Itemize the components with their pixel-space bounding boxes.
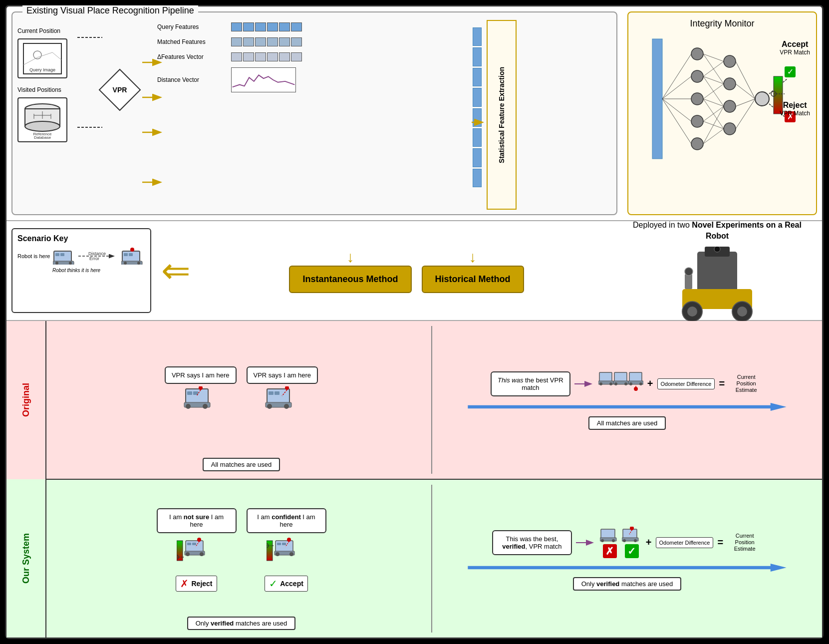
svg-point-151 bbox=[634, 539, 637, 542]
delta-block-2 bbox=[243, 52, 254, 61]
svg-point-150 bbox=[623, 539, 626, 542]
deployed-section: Deployed in two Novel Experiments on a R… bbox=[617, 215, 817, 327]
hist-orig-banner: All matches are used bbox=[588, 416, 666, 430]
current-position-label: Current Position bbox=[17, 27, 67, 34]
hist-oursys-blue-arrow bbox=[468, 564, 786, 572]
inst-original-col: VPR says I am here bbox=[51, 326, 432, 474]
delta-block-4 bbox=[267, 52, 278, 61]
inst-down-arrow: ↓ bbox=[346, 249, 354, 266]
svg-point-28 bbox=[691, 138, 703, 150]
svg-rect-115 bbox=[629, 372, 642, 381]
query-image-box: Query Image bbox=[17, 38, 67, 78]
svg-rect-124 bbox=[186, 541, 203, 552]
svg-point-33 bbox=[755, 92, 769, 106]
svg-line-45 bbox=[703, 99, 724, 106]
matched-features-label: Matched Features bbox=[157, 38, 227, 45]
label-original-text: Original bbox=[21, 383, 31, 417]
hist-oursys-arrow1 bbox=[576, 538, 596, 548]
hist-current-pos: Current Position Estimate bbox=[729, 374, 764, 394]
svg-point-87 bbox=[737, 307, 747, 317]
hist-orig-blue-arrow bbox=[468, 403, 786, 411]
inst-oursys-robot2 bbox=[267, 536, 306, 573]
svg-point-128 bbox=[186, 552, 190, 556]
inst-orig-robot1 bbox=[183, 386, 218, 416]
inst-orig-pairs: VPR says I am here bbox=[165, 328, 318, 454]
delta-block-6 bbox=[291, 52, 302, 61]
svg-point-109 bbox=[599, 382, 602, 385]
query-features-row: Query Features bbox=[157, 22, 302, 31]
svg-point-141 bbox=[287, 538, 291, 542]
svg-line-52 bbox=[736, 84, 755, 99]
hist-oursys-current-pos: Current Position Estimate bbox=[727, 533, 762, 553]
hist-oursys-banner: Only verified matches are used bbox=[573, 577, 682, 591]
svg-rect-137 bbox=[282, 543, 286, 545]
svg-line-39 bbox=[703, 54, 724, 61]
svg-point-27 bbox=[691, 115, 703, 127]
svg-rect-126 bbox=[192, 543, 196, 545]
svg-line-44 bbox=[703, 84, 724, 99]
hist-orig-bubble: This was the best VPR match bbox=[491, 371, 570, 396]
svg-rect-64 bbox=[54, 251, 71, 262]
vpr-diamond-text: VPR bbox=[113, 86, 127, 94]
robot-thinks-svg bbox=[121, 247, 144, 265]
robot-is-here-row: Robot is here bbox=[17, 247, 145, 265]
hist-oursys-equals: = bbox=[717, 537, 723, 548]
feature-block-4 bbox=[267, 22, 278, 31]
svg-rect-66 bbox=[60, 253, 64, 256]
hist-robot-chain bbox=[598, 370, 643, 397]
accept-sub-label: VPR Match bbox=[780, 49, 810, 56]
dashed-scenario-arrow: Distance Error bbox=[78, 251, 118, 261]
left-inputs: Current Position Query Image Visite bbox=[17, 27, 67, 142]
svg-point-110 bbox=[609, 382, 612, 385]
neural-net-svg: ✓ ✗ bbox=[647, 34, 797, 164]
reject-sub-label: VPR Match bbox=[780, 110, 810, 117]
hist-equals: = bbox=[719, 378, 725, 389]
svg-rect-125 bbox=[187, 543, 191, 545]
delta-feature-blocks bbox=[231, 52, 302, 61]
to-stat-arrows bbox=[469, 27, 484, 217]
delta-features-label: ΔFeatures Vector bbox=[157, 53, 227, 60]
inst-method-column: ↓ Instantaneous Method bbox=[289, 249, 411, 293]
deployed-text: Deployed in two Novel Experiments on a R… bbox=[622, 220, 812, 242]
label-column: Original Our System bbox=[6, 321, 46, 638]
rejected-mark: ✗ bbox=[600, 527, 620, 558]
real-robot-svg bbox=[667, 247, 767, 326]
svg-rect-88 bbox=[685, 274, 692, 289]
hist-arrow1 bbox=[574, 379, 594, 389]
scenario-key-box: Scenario Key Robot is here bbox=[11, 228, 151, 313]
svg-point-114 bbox=[624, 382, 627, 385]
check-mark-1: ✓ bbox=[269, 578, 277, 590]
vpr-pipeline-box: Existing Visual Place Recognition Pipeli… bbox=[11, 11, 617, 215]
query-feature-blocks bbox=[231, 22, 302, 31]
svg-point-129 bbox=[200, 552, 204, 556]
features-section: Query Features Matched Features bbox=[157, 22, 302, 92]
hist-down-arrow: ↓ bbox=[469, 249, 477, 266]
hist-plus: + bbox=[647, 378, 653, 389]
accept-reject-section: Accept VPR Match Reject VPR Match bbox=[780, 40, 810, 117]
scenario-key-title: Scenario Key bbox=[17, 234, 145, 243]
svg-line-35 bbox=[662, 76, 691, 99]
svg-point-86 bbox=[687, 307, 697, 317]
robot-here-svg bbox=[53, 247, 75, 265]
big-x-mark: ✗ bbox=[603, 544, 617, 558]
reject-section: Reject VPR Match bbox=[780, 101, 810, 117]
svg-point-119 bbox=[634, 387, 638, 391]
historical-method-button[interactable]: Historical Method bbox=[422, 266, 524, 293]
distance-graph-svg bbox=[231, 67, 296, 92]
svg-point-68 bbox=[55, 262, 58, 265]
svg-rect-121 bbox=[177, 541, 183, 561]
content-columns: VPR says I am here bbox=[46, 321, 822, 638]
svg-text:Error: Error bbox=[89, 256, 99, 261]
inst-oursys-robot1 bbox=[177, 536, 217, 573]
svg-line-49 bbox=[703, 129, 724, 144]
reject-label-1: ✗ Reject bbox=[176, 576, 217, 592]
verified-marks: ✗ bbox=[600, 527, 642, 558]
original-row: VPR says I am here bbox=[46, 321, 822, 480]
big-check-mark: ✓ bbox=[625, 544, 639, 558]
robot-is-here-label: Robot is here bbox=[17, 253, 50, 259]
inst-orig-bubble1: VPR says I am here bbox=[165, 366, 237, 384]
instantaneous-method-button[interactable]: Instantaneous Method bbox=[289, 266, 411, 293]
matched-feature-blocks bbox=[231, 37, 302, 46]
svg-point-29 bbox=[724, 55, 736, 67]
svg-point-25 bbox=[691, 70, 703, 82]
